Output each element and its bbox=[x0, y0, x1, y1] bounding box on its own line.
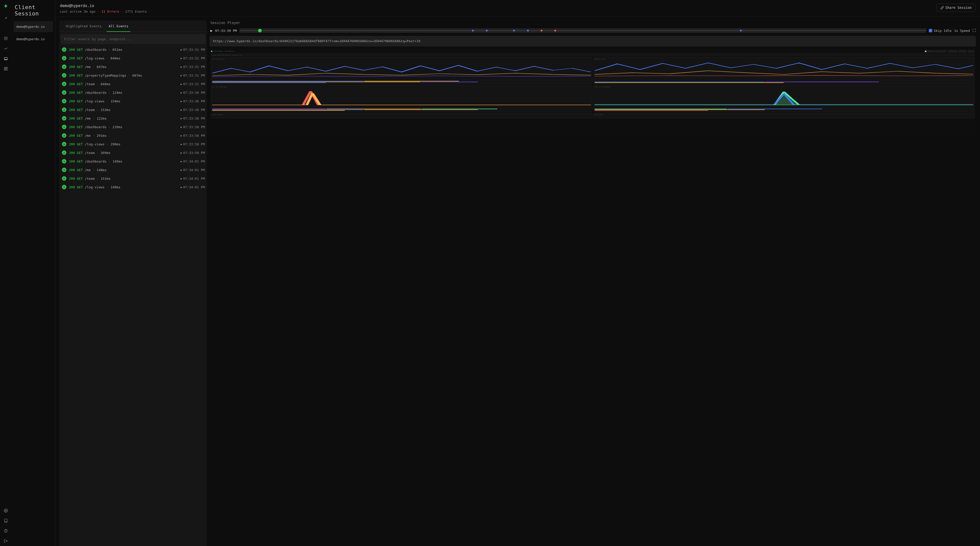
app-sidebar bbox=[0, 0, 12, 206]
filter-input[interactable] bbox=[61, 34, 205, 44]
event-text: 200 GET /propertyTypeMappings · 687ms bbox=[69, 73, 178, 77]
svg-rect-5 bbox=[4, 67, 6, 69]
logo[interactable] bbox=[3, 3, 8, 9]
event-text: 200 GET /team · 151ms bbox=[69, 177, 178, 180]
event-time: ▶ 07:34:01 PM bbox=[181, 177, 205, 180]
event-time: ▶ 07:33:31 PM bbox=[181, 65, 205, 69]
session-item[interactable]: demo@hyperdx.io bbox=[14, 21, 53, 32]
event-text: 200 GET /log-views · 154ms bbox=[69, 99, 178, 103]
svg-rect-8 bbox=[4, 70, 6, 70]
event-row[interactable]: 200 GET /team · 646ms▶ 07:33:31 PM bbox=[61, 80, 206, 88]
http-icon bbox=[62, 168, 67, 172]
http-icon bbox=[62, 64, 67, 69]
event-text: 200 GET /me · 647ms bbox=[69, 65, 178, 69]
tab-highlighted[interactable]: Highlighted Events bbox=[62, 21, 105, 32]
event-list[interactable]: 200 GET /dashboards · 651ms▶ 07:33:31 PM… bbox=[59, 45, 207, 206]
current-url: https://www.hyperdx.io/dashboards/644022… bbox=[209, 36, 369, 46]
event-text: 200 GET /dashboards · 651ms bbox=[69, 48, 178, 51]
player-controls: ▶ 07:33:39 PM ✓ Skip Idle 1x Speed bbox=[209, 28, 369, 33]
event-text: 200 GET /team · 153ms bbox=[69, 108, 178, 112]
event-time: ▶ 07:33:31 PM bbox=[181, 73, 205, 77]
event-row[interactable]: 200 GET /me · 291ms▶ 07:33:58 PM bbox=[61, 131, 206, 140]
mini-chart: ••• ••••••• bbox=[211, 57, 369, 84]
event-time: ▶ 07:33:36 PM bbox=[181, 99, 205, 103]
header: demo@hyperdx.io Last active 3m ago · 11 … bbox=[55, 0, 369, 17]
event-row[interactable]: 200 GET /team · 153ms▶ 07:33:36 PM bbox=[61, 105, 206, 114]
event-time: ▶ 07:33:58 PM bbox=[181, 151, 205, 155]
nav-sessions-icon[interactable] bbox=[0, 54, 12, 64]
session-user: demo@hyperdx.io bbox=[60, 3, 369, 8]
http-icon bbox=[62, 107, 67, 112]
svg-rect-7 bbox=[6, 69, 7, 70]
http-icon bbox=[62, 81, 67, 86]
http-icon bbox=[62, 56, 67, 61]
event-text: 200 GET /dashboards · 210ms bbox=[69, 125, 178, 129]
event-time: ▶ 07:33:31 PM bbox=[181, 82, 205, 86]
event-time: ▶ 07:33:31 PM bbox=[181, 48, 205, 51]
mini-chart: •••• ••••• bbox=[211, 113, 369, 118]
nav-chart-icon[interactable] bbox=[0, 43, 12, 54]
http-icon bbox=[62, 47, 67, 52]
event-text: 200 GET /dashboards · 124ms bbox=[69, 91, 178, 94]
event-text: 200 GET /log-views · 149ms bbox=[69, 185, 178, 189]
playhead-time: 07:33:39 PM bbox=[215, 29, 237, 33]
event-text: 200 GET /dashboards · 149ms bbox=[69, 160, 178, 163]
http-icon bbox=[62, 99, 67, 104]
event-time: ▶ 07:33:36 PM bbox=[181, 108, 205, 112]
tabs: Highlighted Events All Events bbox=[59, 21, 207, 32]
mini-chart: •• •• ••••••• bbox=[211, 85, 369, 112]
player-column: Session Player ▶ 07:33:39 PM ✓ Skip Idle… bbox=[208, 17, 369, 206]
session-item[interactable]: demo@hyperdx.io bbox=[14, 34, 53, 45]
page-title: Client Session bbox=[12, 0, 55, 20]
timeline[interactable] bbox=[239, 28, 369, 33]
play-button[interactable]: ▶ bbox=[210, 29, 212, 33]
replay-title: ••••••• •••••• bbox=[213, 50, 233, 52]
event-row[interactable]: 200 GET /dashboards · 210ms▶ 07:33:58 PM bbox=[61, 123, 206, 131]
http-icon bbox=[62, 133, 67, 138]
event-row[interactable]: 200 GET /team · 151ms▶ 07:34:01 PM bbox=[61, 174, 206, 183]
http-icon bbox=[62, 73, 67, 78]
event-time: ▶ 07:34:01 PM bbox=[181, 168, 205, 172]
playhead[interactable] bbox=[258, 29, 262, 32]
http-icon bbox=[62, 176, 67, 181]
http-icon bbox=[62, 142, 67, 146]
event-row[interactable]: 200 GET /me · 148ms▶ 07:34:01 PM bbox=[61, 166, 206, 174]
event-row[interactable]: 200 GET /log-views · 154ms▶ 07:33:36 PM bbox=[61, 97, 206, 105]
expand-icon[interactable] bbox=[0, 13, 12, 23]
event-row[interactable]: 200 GET /dashboards · 651ms▶ 07:33:31 PM bbox=[61, 45, 206, 54]
session-replay-viewport[interactable]: ••••••• •••••• ✎ ⚪ ••••• Filter charts b… bbox=[209, 49, 369, 135]
event-row[interactable]: 200 GET /team · 309ms▶ 07:33:58 PM bbox=[61, 148, 206, 157]
event-text: 200 GET /me · 291ms bbox=[69, 134, 178, 137]
event-row[interactable]: 200 GET /log-views · 290ms▶ 07:33:58 PM bbox=[61, 140, 206, 148]
event-row[interactable]: 200 GET /me · 647ms▶ 07:33:31 PM bbox=[61, 62, 206, 71]
event-time: ▶ 07:33:58 PM bbox=[181, 125, 205, 129]
event-text: 200 GET /me · 122ms bbox=[69, 117, 178, 120]
event-time: ▶ 07:34:01 PM bbox=[181, 160, 205, 163]
event-row[interactable]: 200 GET /propertyTypeMappings · 687ms▶ 0… bbox=[61, 71, 206, 80]
event-time: ▶ 07:33:31 PM bbox=[181, 56, 205, 60]
tab-all-events[interactable]: All Events bbox=[105, 21, 132, 32]
main-area: demo@hyperdx.io Last active 3m ago · 11 … bbox=[55, 0, 369, 206]
events-column: Highlighted Events All Events 200 GET /d… bbox=[55, 17, 208, 206]
event-row[interactable]: 200 GET /log-views · 646ms▶ 07:33:31 PM bbox=[61, 54, 206, 62]
nav-logs-icon[interactable] bbox=[0, 34, 12, 43]
event-text: 200 GET /team · 309ms bbox=[69, 151, 178, 155]
svg-rect-3 bbox=[4, 57, 7, 59]
event-row[interactable]: 200 GET /dashboards · 124ms▶ 07:33:36 PM bbox=[61, 88, 206, 97]
event-time: ▶ 07:34:01 PM bbox=[181, 185, 205, 189]
http-icon bbox=[62, 150, 67, 155]
nav-dashboards-icon[interactable] bbox=[0, 64, 12, 74]
event-time: ▶ 07:33:36 PM bbox=[181, 91, 205, 94]
http-icon bbox=[62, 125, 67, 129]
event-text: 200 GET /team · 646ms bbox=[69, 82, 178, 86]
event-row[interactable]: 200 GET /log-views · 149ms▶ 07:34:01 PM bbox=[61, 183, 206, 192]
event-text: 200 GET /log-views · 646ms bbox=[69, 56, 178, 60]
event-text: 200 GET /me · 148ms bbox=[69, 168, 178, 172]
event-row[interactable]: 200 GET /dashboards · 149ms▶ 07:34:01 PM bbox=[61, 157, 206, 166]
http-icon bbox=[62, 159, 67, 164]
event-row[interactable]: 200 GET /me · 122ms▶ 07:33:36 PM bbox=[61, 114, 206, 123]
session-meta: Last active 3m ago · 11 Errors · 1771 Ev… bbox=[60, 10, 369, 13]
session-list-panel: Client Session demo@hyperdx.iodemo@hyper… bbox=[12, 0, 55, 206]
event-time: ▶ 07:33:58 PM bbox=[181, 134, 205, 137]
event-text: 200 GET /log-views · 290ms bbox=[69, 142, 178, 146]
